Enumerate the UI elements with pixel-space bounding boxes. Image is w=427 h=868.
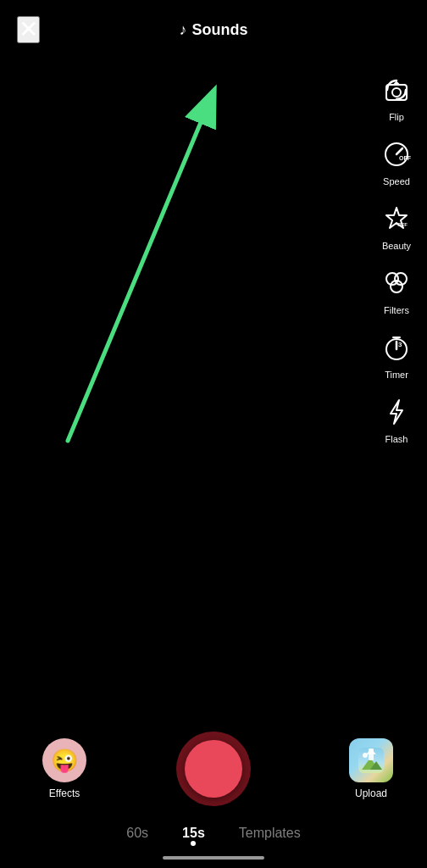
- svg-line-14: [68, 100, 210, 441]
- svg-rect-1: [386, 85, 407, 100]
- svg-marker-12: [391, 400, 402, 424]
- speed-button[interactable]: OFF Speed: [374, 132, 419, 190]
- sounds-label-text: Sounds: [192, 21, 248, 39]
- close-button[interactable]: ✕: [17, 16, 40, 43]
- upload-icon: [349, 738, 393, 782]
- filters-icon: [378, 264, 415, 302]
- home-indicator: [0, 849, 427, 868]
- filters-label: Filters: [384, 305, 409, 315]
- flash-icon: [378, 393, 415, 431]
- sounds-icon: ♪: [180, 21, 187, 39]
- svg-text:3: 3: [398, 341, 402, 348]
- tab-60s[interactable]: 60s: [126, 826, 148, 846]
- timer-icon: 3: [378, 329, 415, 366]
- speed-label: Speed: [383, 176, 410, 186]
- top-bar: ✕ ♪ Sounds: [0, 0, 427, 59]
- mode-tabs: 60s 15s Templates: [0, 819, 427, 849]
- svg-point-2: [392, 88, 401, 97]
- effects-icon: 😜: [42, 738, 86, 782]
- beauty-button[interactable]: OFF Beauty: [374, 197, 419, 254]
- effects-button[interactable]: 😜 Effects: [42, 738, 86, 799]
- filters-button[interactable]: Filters: [374, 261, 419, 319]
- flip-icon: [378, 71, 415, 108]
- record-button-inner: [185, 740, 242, 798]
- upload-button[interactable]: Upload: [349, 738, 393, 799]
- tab-templates[interactable]: Templates: [239, 826, 301, 846]
- flash-button[interactable]: Flash: [374, 390, 419, 448]
- svg-text:OFF: OFF: [397, 222, 408, 227]
- svg-text:OFF: OFF: [399, 155, 411, 161]
- home-bar: [163, 856, 264, 860]
- timer-label: Timer: [385, 370, 408, 380]
- flash-label: Flash: [385, 434, 408, 444]
- upload-label: Upload: [355, 787, 387, 799]
- beauty-icon: OFF: [378, 200, 415, 237]
- bottom-controls: 😜 Effects: [0, 715, 427, 868]
- record-row: 😜 Effects: [0, 715, 427, 819]
- flip-button[interactable]: Flip: [374, 68, 419, 125]
- beauty-label: Beauty: [382, 241, 411, 251]
- right-sidebar: Flip OFF Speed OFF Beauty: [374, 68, 419, 448]
- timer-button[interactable]: 3 Timer: [374, 326, 419, 383]
- record-button[interactable]: [176, 732, 251, 806]
- flip-label: Flip: [389, 112, 404, 122]
- effects-label: Effects: [49, 787, 80, 799]
- speed-icon: OFF: [378, 136, 415, 173]
- sounds-button[interactable]: ♪ Sounds: [180, 21, 248, 39]
- tab-15s[interactable]: 15s: [182, 826, 205, 846]
